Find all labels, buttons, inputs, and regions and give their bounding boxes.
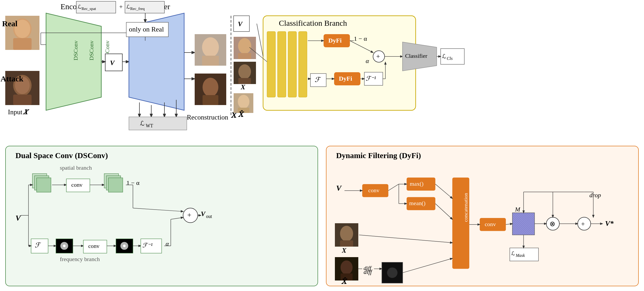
svg-line-113 (133, 208, 183, 211)
svg-text:conv: conv (88, 243, 100, 249)
svg-point-47 (373, 51, 385, 62)
svg-line-140 (388, 184, 399, 191)
svg-text:diff: diff (364, 265, 372, 271)
svg-rect-44 (324, 34, 350, 47)
dsconv-v-label: V (16, 214, 21, 222)
svg-rect-35 (234, 16, 249, 32)
svg-text:DyFi: DyFi (339, 75, 352, 82)
svg-marker-9 (129, 13, 184, 110)
svg-rect-39 (263, 16, 416, 110)
svg-line-152 (506, 224, 512, 225)
bottom-section: Dual Space Conv (DSConv) spatial branch … (5, 146, 639, 286)
svg-rect-52 (334, 72, 360, 85)
svg-text:Cls: Cls (447, 56, 453, 61)
svg-text:mean(): mean() (409, 200, 426, 206)
svg-text:V: V (201, 210, 206, 218)
svg-text:ℒ: ℒ (78, 4, 81, 10)
svg-rect-21 (125, 1, 164, 13)
svg-rect-67 (441, 49, 464, 64)
m-label: M (515, 206, 521, 213)
svg-marker-65 (402, 42, 437, 71)
svg-text:Rec_freq: Rec_freq (130, 7, 145, 11)
svg-line-71 (257, 24, 263, 56)
svg-text:X̂: X̂ (238, 110, 244, 118)
svg-text:DSConv: DSConv (104, 40, 110, 60)
svg-text:DSConv: DSConv (88, 40, 95, 60)
svg-rect-83 (108, 178, 123, 192)
v-star-label: V* (605, 219, 614, 227)
dyfi-v-label: V (336, 184, 342, 192)
dsconv-title: Dual Space Conv (DSConv) (16, 151, 108, 160)
svg-line-57 (350, 41, 373, 53)
svg-text:+: + (376, 53, 380, 60)
classification-title: Classification Branch (279, 19, 347, 27)
decoder-label: Decoder (143, 2, 170, 11)
svg-rect-5 (105, 54, 122, 71)
svg-text:V: V (238, 20, 243, 28)
svg-point-97 (123, 245, 126, 247)
svg-text:+: + (119, 3, 123, 10)
dyfi-diagram: Dynamic Filtering (DyFi) V X X̂ conv max… (326, 146, 638, 286)
dsconv-diagram: Dual Space Conv (DSConv) spatial branch … (6, 146, 318, 286)
dsconv-panel: Dual Space Conv (DSConv) spatial branch … (5, 146, 318, 286)
svg-text:ℒ: ℒ (140, 120, 144, 127)
encoder-label: Encoder (61, 2, 87, 11)
svg-rect-41 (278, 32, 286, 97)
svg-rect-131 (512, 213, 535, 235)
svg-rect-42 (288, 32, 296, 97)
attack-label: Attack (1, 74, 23, 83)
svg-text:Rec_spat: Rec_spat (82, 7, 96, 11)
svg-text:conv: conv (71, 182, 83, 188)
svg-text:out: out (206, 214, 212, 219)
svg-text:ℱ⁻¹: ℱ⁻¹ (142, 242, 153, 249)
svg-line-145 (435, 204, 452, 219)
real-label: Real (2, 19, 17, 28)
svg-line-72 (249, 47, 267, 62)
svg-text:WT: WT (146, 123, 153, 128)
input-label: Input (8, 108, 23, 116)
svg-text:ℱ: ℱ (315, 76, 321, 84)
svg-marker-1 (46, 13, 101, 110)
freq-branch-label: frequency branch (60, 256, 100, 262)
dyfi-title: Dynamic Filtering (DyFi) (336, 151, 421, 160)
svg-text:ℒ: ℒ (511, 251, 515, 256)
main-container: Real Attack Input 𝑿 Encoder DSConv DSCon… (0, 0, 644, 291)
svg-text:ℒ: ℒ (126, 4, 130, 10)
svg-rect-76 (37, 178, 51, 192)
svg-line-144 (435, 184, 452, 199)
svg-text:concatenation: concatenation (463, 193, 469, 222)
svg-text:α: α (165, 240, 169, 247)
drop-label: drop (589, 192, 601, 199)
top-diagram-svg: Real Attack Input 𝑿 Encoder DSConv DSCon… (0, 0, 644, 147)
svg-text:DSConv: DSConv (72, 40, 79, 60)
svg-rect-54 (364, 72, 383, 85)
svg-text:DyFi: DyFi (328, 37, 342, 44)
svg-text:Mask: Mask (516, 253, 525, 258)
svg-text:Reconstruction: Reconstruction (187, 113, 228, 121)
svg-text:Classifier: Classifier (405, 53, 427, 59)
svg-text:+: + (581, 220, 585, 228)
svg-text:max(): max() (410, 181, 424, 187)
svg-rect-25 (126, 22, 168, 37)
svg-rect-125 (452, 178, 469, 269)
svg-text:conv: conv (368, 187, 380, 194)
svg-rect-17 (76, 1, 116, 13)
svg-rect-50 (310, 74, 326, 87)
svg-point-128 (387, 268, 398, 278)
svg-text:𝑿: 𝑿 (23, 108, 29, 116)
svg-line-116 (171, 217, 183, 219)
svg-rect-40 (267, 32, 275, 97)
svg-rect-43 (299, 32, 307, 97)
only-on-real-text: only on Real (129, 25, 164, 33)
dyfi-panel: Dynamic Filtering (DyFi) V X X̂ conv max… (326, 146, 639, 286)
svg-text:ℱ⁻¹: ℱ⁻¹ (366, 75, 376, 82)
svg-text:conv: conv (485, 221, 496, 227)
svg-text:α: α (366, 58, 369, 64)
dyfi-x-label: X (342, 247, 347, 254)
svg-text:+: + (187, 211, 192, 219)
svg-rect-14 (129, 117, 187, 130)
svg-text:V: V (110, 59, 115, 67)
svg-point-89 (63, 245, 66, 247)
svg-line-147 (403, 258, 452, 273)
svg-text:X: X (240, 83, 245, 91)
